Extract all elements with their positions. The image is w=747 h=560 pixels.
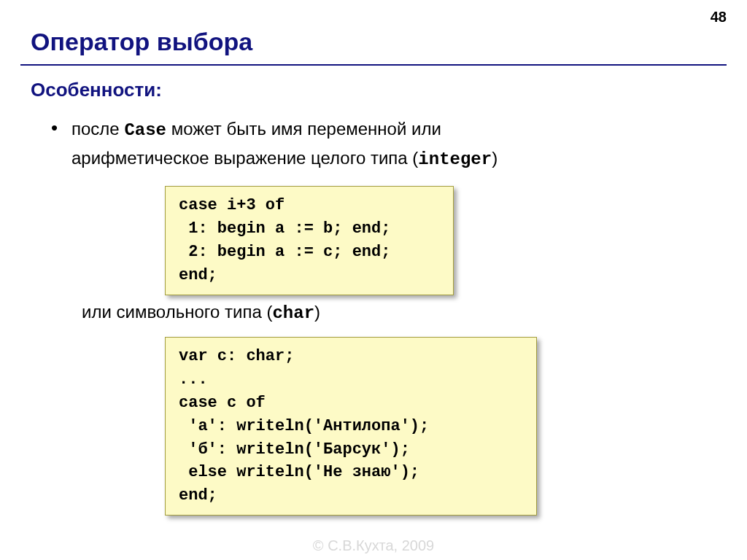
keyword-integer: integer (418, 149, 492, 169)
code-block-1: case i+3 of 1: begin a := b; end; 2: beg… (165, 186, 454, 295)
code-block-2: var c: char; ... case c of 'а': writeln(… (165, 337, 537, 516)
keyword-case: Case (124, 120, 166, 140)
subtitle: Особенности: (31, 79, 162, 101)
bullet-text: после Case может быть имя переменной или… (71, 115, 498, 174)
bullet-pre: после (71, 119, 124, 139)
bullet-mid1: может быть имя переменной или (166, 119, 441, 139)
keyword-char: char (272, 303, 314, 323)
bullet-line2b: ) (492, 148, 498, 168)
footer: © С.В.Кухта, 2009 (0, 537, 747, 554)
bullet-line2a: арифметическое выражение целого типа ( (71, 148, 418, 168)
title-underline (20, 64, 727, 66)
after-code1-post: ) (314, 302, 320, 322)
page-number: 48 (711, 9, 727, 26)
slide-title: Оператор выбора (31, 28, 252, 56)
after-code1-text: или символьного типа (char) (82, 302, 320, 323)
after-code1-pre: или символьного типа ( (82, 302, 272, 322)
bullet-marker: • (51, 117, 58, 139)
